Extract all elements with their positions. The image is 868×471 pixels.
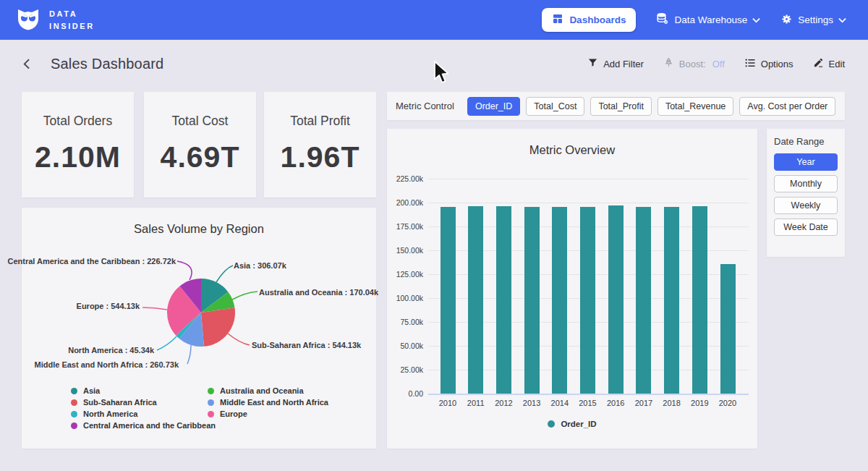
page-title: Sales Dashboard	[51, 56, 163, 72]
brand-logo[interactable]: DATA INSIDER	[16, 7, 95, 34]
bar-2016[interactable]	[608, 205, 624, 394]
pie-legend-column-2: Australia and Oceania Middle East and No…	[208, 385, 328, 420]
y-tick-label: 150.00k	[388, 246, 423, 255]
top-nav: DATA INSIDER Dashboards	[0, 0, 868, 40]
chevron-down-icon	[838, 14, 846, 25]
y-tick-label: 50.00k	[388, 341, 423, 350]
x-tick-label: 2015	[574, 399, 603, 407]
boost-toggle[interactable]: Boost: Off	[663, 57, 725, 70]
metric-control-bar: Metric Control Order_ID Total_Cost Total…	[387, 92, 845, 120]
pie-callout-line	[232, 292, 258, 300]
y-tick-label: 25.00k	[388, 365, 423, 374]
owl-logo-icon	[16, 7, 41, 34]
nav-dashboards-label: Dashboards	[569, 14, 626, 25]
legend-item-europe[interactable]: Europe	[208, 408, 328, 420]
y-tick-label: 225.00k	[388, 174, 423, 183]
date-range-label: Date Range	[774, 136, 838, 147]
x-tick-label: 2013	[517, 399, 546, 407]
pie-slice-sub-saharan-africa[interactable]	[201, 307, 235, 347]
sales-dashboard-page: DATA INSIDER Dashboards	[0, 0, 868, 471]
legend-item-middle-east-north-africa[interactable]: Middle East and North Africa	[208, 396, 328, 408]
kpi-value: 2.10M	[35, 140, 121, 174]
database-icon	[656, 12, 669, 27]
y-tick-label: 75.00k	[388, 318, 423, 326]
add-filter-button[interactable]: Add Filter	[587, 57, 644, 70]
nav-dashboards-button[interactable]: Dashboards	[542, 8, 636, 32]
legend-dot	[71, 388, 77, 394]
bar-chart-title: Metric Overview	[387, 143, 757, 157]
date-range-panel: Date Range Year Monthly Weekly Week Date	[767, 129, 845, 257]
pie-label-central-america: Central America and the Caribbean : 226.…	[7, 257, 176, 266]
kpi-label: Total Profit	[290, 114, 350, 129]
legend-dot	[71, 399, 77, 406]
kpi-card-total-cost: Total Cost 4.69T	[144, 92, 256, 198]
pie-label-australia: Australia and Oceania : 170.04k	[259, 288, 378, 297]
kpi-label: Total Cost	[172, 114, 229, 129]
x-tick-label: 2019	[685, 399, 714, 407]
bar-2012[interactable]	[496, 206, 511, 394]
x-tick-label: 2014	[545, 399, 574, 407]
metric-button-avg-cost-order[interactable]: Avg. Cost per Order	[739, 97, 835, 116]
pie-label-north-america: North America : 45.34k	[68, 346, 154, 355]
bar-2011[interactable]	[468, 206, 483, 394]
metric-button-total-revenue[interactable]: Total_Revenue	[658, 97, 733, 116]
x-tick-label: 2020	[713, 399, 742, 407]
pie-callout-line	[142, 307, 167, 310]
pie-label-middle-east: Middle East and North Africa : 260.73k	[35, 360, 179, 369]
bar-2019[interactable]	[692, 206, 707, 394]
legend-dot	[548, 420, 555, 428]
bar-2010[interactable]	[441, 207, 456, 394]
legend-dot	[208, 411, 214, 417]
bar-2015[interactable]	[580, 207, 595, 394]
pie-legend-column-1: Asia Sub-Saharan Africa North America Ce…	[71, 385, 216, 431]
date-range-monthly-button[interactable]: Monthly	[774, 175, 838, 192]
back-button[interactable]	[20, 56, 36, 72]
legend-dot	[71, 423, 77, 429]
x-tick-label: 2016	[601, 399, 630, 407]
legend-item-north-america[interactable]: North America	[71, 408, 216, 420]
kpi-card-total-orders: Total Orders 2.10M	[22, 92, 134, 198]
bar-2017[interactable]	[636, 207, 651, 394]
legend-item-asia[interactable]: Asia	[71, 385, 216, 396]
y-tick-label: 200.00k	[388, 198, 423, 207]
bar-2020[interactable]	[720, 264, 736, 394]
edit-button[interactable]: Edit	[813, 57, 845, 70]
nav-settings-label: Settings	[798, 14, 833, 25]
pie-callout-line	[228, 334, 250, 345]
metric-button-total-cost[interactable]: Total_Cost	[526, 97, 584, 116]
page-header: Sales Dashboard Add Filter Boost: Off	[0, 40, 868, 88]
nav-menu: Dashboards Data Warehouse	[542, 8, 846, 32]
bar-2018[interactable]	[664, 207, 679, 394]
chevron-down-icon	[752, 14, 760, 25]
kpi-label: Total Orders	[43, 114, 112, 129]
bar-2013[interactable]	[524, 207, 540, 394]
options-button[interactable]: Options	[744, 57, 793, 71]
legend-item-sub-saharan-africa[interactable]: Sub-Saharan Africa	[71, 396, 216, 408]
metric-button-order-id[interactable]: Order_ID	[467, 97, 520, 116]
kpi-value: 4.69T	[161, 140, 240, 174]
y-tick-label: 175.00k	[388, 222, 423, 231]
pencil-icon	[813, 57, 824, 70]
legend-dot	[71, 411, 77, 417]
nav-data-warehouse-button[interactable]: Data Warehouse	[656, 12, 760, 27]
boost-state: Off	[712, 59, 725, 69]
bar-chart-legend-item[interactable]: Order_ID	[387, 420, 757, 428]
date-range-week-date-button[interactable]: Week Date	[774, 218, 838, 236]
dashboards-grid-icon	[552, 13, 563, 27]
date-range-year-button[interactable]: Year	[774, 153, 838, 171]
legend-item-australia-oceania[interactable]: Australia and Oceania	[208, 385, 328, 396]
nav-settings-button[interactable]: Settings	[780, 13, 846, 27]
gridline	[428, 203, 749, 203]
y-tick-label: 125.00k	[388, 270, 423, 279]
x-tick-label: 2010	[433, 399, 462, 407]
sales-volume-pie-card: Sales Volume by Region Asia : 306.07k Au…	[22, 208, 376, 449]
bar-2014[interactable]	[552, 207, 567, 394]
x-tick-label: 2011	[461, 399, 490, 407]
date-range-weekly-button[interactable]: Weekly	[774, 197, 838, 214]
pie-label-asia: Asia : 306.07k	[234, 261, 286, 270]
gridline	[428, 179, 749, 179]
legend-item-central-america[interactable]: Central America and the Caribbean	[71, 420, 216, 431]
header-actions: Add Filter Boost: Off	[587, 57, 845, 71]
pie-callout-line	[187, 345, 191, 364]
metric-button-total-profit[interactable]: Total_Profit	[590, 97, 652, 116]
